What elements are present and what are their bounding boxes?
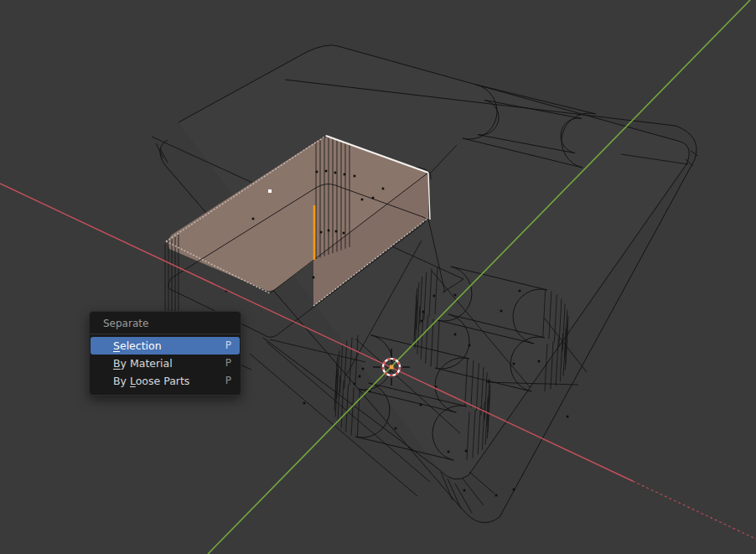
face-dot (369, 391, 371, 393)
context-menu-title: Separate (90, 312, 241, 334)
face-dot (395, 427, 397, 430)
wire-line (338, 375, 340, 422)
context-menu: Separate Selection P By Material P By Lo… (89, 311, 241, 396)
face-dot (335, 230, 338, 233)
face-dot (500, 310, 503, 313)
wire-line (160, 148, 168, 163)
object-origin-dot (390, 365, 394, 370)
face-dot (359, 375, 361, 378)
face-dot (454, 334, 457, 336)
face-dot (252, 218, 255, 220)
face-dot (303, 402, 306, 405)
wire-line (469, 472, 495, 494)
face-dot (469, 344, 471, 347)
face-dot (488, 381, 490, 383)
face-dot (343, 232, 345, 235)
menu-item-label: By Material (113, 357, 173, 370)
menu-item-label: Selection (113, 339, 162, 352)
wire-line (341, 381, 344, 428)
face-dot (519, 290, 521, 293)
face-dot (354, 383, 356, 386)
face-dot (313, 277, 315, 279)
active-face-dot (268, 189, 272, 193)
wire-line (346, 385, 349, 432)
face-dot (316, 171, 318, 173)
face-dot (325, 170, 328, 173)
wire-line (351, 387, 354, 435)
menu-item-shortcut: P (225, 337, 231, 355)
face-dot (344, 173, 346, 176)
face-dot (495, 494, 498, 497)
face-dot (372, 197, 375, 199)
mesh-wireframe (0, 0, 756, 554)
wire-line (633, 481, 756, 539)
wire-line (340, 345, 343, 393)
wire-line (463, 479, 484, 505)
face-dot (361, 199, 364, 201)
wire-line (455, 484, 472, 513)
menu-item-label: By Loose Parts (113, 375, 189, 387)
menu-item-shortcut: P (225, 372, 231, 390)
face-dot (513, 363, 515, 365)
face-dot (354, 175, 356, 178)
wire-line (691, 151, 698, 156)
face-dot (463, 489, 466, 492)
face-dot (454, 294, 457, 297)
menu-item-by-loose-parts[interactable]: By Loose Parts P (91, 372, 240, 390)
menu-item-by-material[interactable]: By Material P (91, 355, 240, 372)
face-dot (465, 450, 468, 453)
face-dot (433, 295, 436, 298)
menu-item-shortcut: P (225, 355, 231, 372)
face-dot (320, 231, 323, 234)
face-dot (567, 416, 569, 418)
wire-line (156, 143, 163, 158)
face-dot (328, 230, 330, 232)
menu-separator (90, 334, 241, 334)
wire-line (357, 389, 360, 437)
face-dot (382, 188, 385, 190)
face-dot (334, 172, 337, 174)
menu-item-selection[interactable]: Selection P (91, 337, 240, 355)
face-dot (448, 451, 450, 453)
face-dot (362, 368, 365, 370)
face-dot (538, 360, 541, 363)
face-dot (420, 404, 422, 406)
face-dot (421, 320, 423, 323)
wire-line (344, 341, 347, 389)
face-dot (422, 311, 425, 313)
blender-3d-viewport[interactable]: Separate Selection P By Material P By Lo… (0, 0, 756, 554)
face-dot (513, 489, 515, 491)
